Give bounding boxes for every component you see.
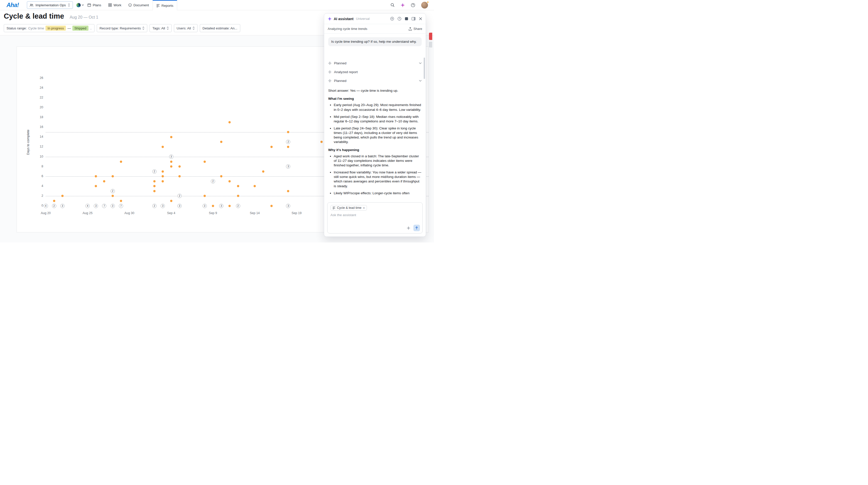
- chart-point-cluster[interactable]: 3: [94, 204, 98, 208]
- nav-item-reports[interactable]: Reports: [153, 0, 177, 10]
- chart-point-cluster[interactable]: 2: [52, 204, 56, 208]
- chart-point[interactable]: [287, 190, 289, 192]
- chart-point[interactable]: [204, 160, 206, 163]
- chart-point-cluster[interactable]: 3: [60, 204, 65, 208]
- nav-item-document[interactable]: Document: [125, 0, 153, 10]
- chart-point[interactable]: [212, 205, 214, 207]
- user-avatar[interactable]: [421, 2, 428, 8]
- chart-point[interactable]: [153, 185, 156, 187]
- chart-point[interactable]: [287, 146, 289, 148]
- chart-point[interactable]: [179, 175, 181, 177]
- chart-point[interactable]: [162, 175, 164, 177]
- chart-point[interactable]: [53, 200, 55, 202]
- chart-point-cluster[interactable]: 3: [286, 164, 290, 169]
- chart-point[interactable]: [95, 185, 97, 187]
- chart-point-cluster[interactable]: 3: [219, 204, 223, 208]
- close-icon[interactable]: [419, 17, 422, 20]
- chart-point[interactable]: [61, 195, 64, 197]
- share-button[interactable]: Share: [409, 27, 422, 31]
- chart-point[interactable]: [228, 205, 231, 207]
- tags-filter[interactable]: Tags: All: [150, 24, 172, 32]
- chart-point-cluster[interactable]: 3: [169, 155, 174, 159]
- chart-point-cluster[interactable]: 7: [119, 204, 123, 208]
- history-icon[interactable]: [398, 17, 401, 21]
- chart-point-cluster[interactable]: 2: [152, 204, 157, 208]
- answer-summary: Short answer: Yes — cycle time is trendi…: [328, 88, 422, 93]
- chart-point-cluster[interactable]: 2: [152, 170, 157, 174]
- assistant-composer[interactable]: Cycle & lead time ×: [327, 202, 423, 234]
- chart-point[interactable]: [170, 200, 173, 202]
- chart-point-cluster[interactable]: 3: [203, 204, 207, 208]
- chart-point[interactable]: [179, 165, 181, 168]
- chart-point[interactable]: [254, 185, 256, 187]
- help-icon[interactable]: [411, 3, 415, 7]
- chart-point[interactable]: [162, 180, 164, 182]
- chart-point[interactable]: [112, 195, 114, 197]
- chart-point[interactable]: [262, 171, 265, 173]
- chart-point[interactable]: [228, 121, 231, 123]
- chart-point[interactable]: [162, 171, 164, 173]
- workspace-avatar-menu[interactable]: [76, 3, 84, 7]
- remove-context-icon[interactable]: ×: [363, 206, 365, 210]
- chart-point[interactable]: [120, 160, 122, 163]
- clipped-red-button-sliver[interactable]: [429, 33, 432, 40]
- dock-right-icon[interactable]: [412, 17, 415, 20]
- chart-point-cluster[interactable]: 2: [178, 194, 182, 198]
- chart-point[interactable]: [270, 205, 273, 207]
- chart-point[interactable]: [287, 131, 289, 133]
- chart-point[interactable]: [103, 180, 105, 182]
- chart-point[interactable]: [220, 175, 222, 177]
- chart-point[interactable]: [170, 160, 173, 163]
- detailed-estimate-filter[interactable]: Detailed estimate: An...: [200, 24, 240, 32]
- chart-point-cluster[interactable]: 3: [161, 204, 165, 208]
- clipped-gray-button-sliver[interactable]: [429, 42, 432, 48]
- workspace-selector[interactable]: Implementation Ops: [27, 1, 73, 9]
- step-analyzed-report[interactable]: Analyzed report: [328, 68, 422, 75]
- chart-point[interactable]: [162, 146, 164, 148]
- chart-point[interactable]: [270, 146, 273, 148]
- x-axis-tick: Sep 4: [160, 211, 182, 215]
- add-attachment-icon[interactable]: [407, 226, 410, 230]
- chart-point-cluster[interactable]: 2: [286, 140, 290, 144]
- record-type-filter[interactable]: Record type: Requirements: [97, 24, 147, 32]
- y-axis-tick: 22: [17, 96, 43, 99]
- new-chat-icon[interactable]: [390, 17, 394, 21]
- step-planned-2[interactable]: Planned: [328, 77, 422, 85]
- ai-sparkle-icon[interactable]: [401, 3, 405, 7]
- panel-scrollbar-thumb[interactable]: [424, 58, 425, 79]
- users-filter[interactable]: Users: All: [174, 24, 197, 32]
- chart-point-cluster[interactable]: 4: [86, 204, 90, 208]
- status-range-ellipsis: ..: [90, 26, 92, 30]
- chart-point[interactable]: [320, 141, 323, 143]
- chart-point[interactable]: [153, 190, 156, 192]
- chart-point[interactable]: [95, 175, 97, 177]
- send-button[interactable]: [413, 225, 420, 231]
- nav-item-plans[interactable]: Plans: [84, 0, 105, 10]
- chart-point[interactable]: [237, 185, 239, 187]
- status-range-filter[interactable]: Status range: Cycle time In progress — S…: [4, 24, 94, 32]
- chart-point[interactable]: [204, 195, 206, 197]
- chart-point-cluster[interactable]: 7: [102, 204, 106, 208]
- search-icon[interactable]: [391, 3, 395, 7]
- chart-point-cluster[interactable]: 3: [178, 204, 182, 208]
- chart-point[interactable]: [120, 200, 122, 202]
- chart-point-cluster[interactable]: 2: [211, 179, 215, 183]
- context-chip[interactable]: Cycle & lead time ×: [331, 205, 367, 211]
- step-planned-1[interactable]: Planned: [328, 59, 422, 67]
- expand-view-icon[interactable]: [405, 17, 408, 20]
- chart-point-cluster[interactable]: 3: [111, 204, 115, 208]
- chart-point[interactable]: [170, 136, 173, 138]
- chart-point[interactable]: [228, 180, 231, 182]
- chart-point-cluster[interactable]: 4: [44, 204, 48, 208]
- nav-item-work[interactable]: Work: [105, 0, 125, 10]
- chart-point-cluster[interactable]: 2: [111, 189, 115, 193]
- assistant-input[interactable]: [331, 213, 406, 217]
- chart-point[interactable]: [153, 180, 156, 182]
- chart-point[interactable]: [112, 175, 114, 177]
- chart-point-cluster[interactable]: 3: [286, 204, 290, 208]
- chart-point-cluster[interactable]: 2: [236, 204, 240, 208]
- aha-logo[interactable]: Aha!: [6, 2, 19, 8]
- chart-point[interactable]: [237, 195, 239, 197]
- chart-point[interactable]: [220, 141, 222, 143]
- chart-point[interactable]: [170, 165, 173, 168]
